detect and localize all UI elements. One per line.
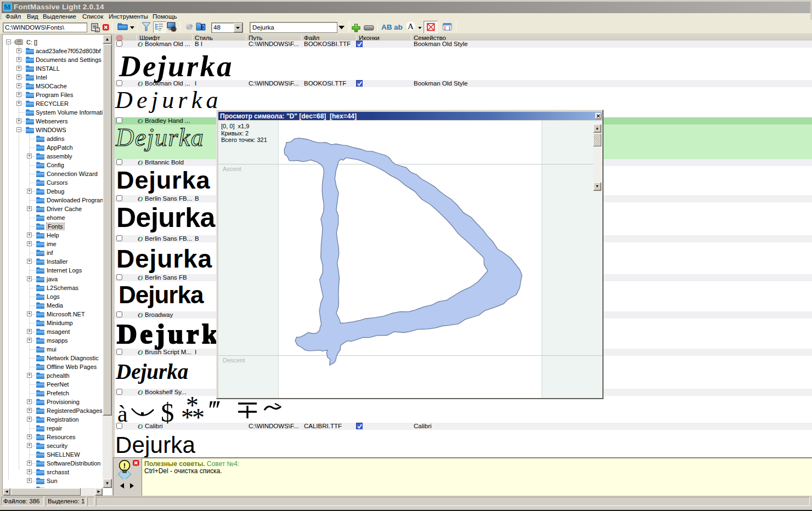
svg-text:?: ?	[189, 24, 193, 30]
svg-text:Dejurka: Dejurka	[115, 124, 204, 151]
svg-text:a: a	[97, 29, 98, 32]
svg-text:M: M	[4, 3, 10, 11]
svg-text:!: !	[123, 462, 126, 470]
svg-text:F: F	[200, 23, 205, 31]
